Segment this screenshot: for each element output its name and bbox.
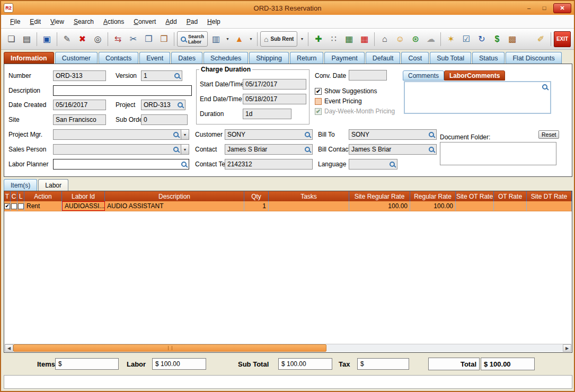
tab-payment[interactable]: Payment bbox=[324, 52, 364, 64]
tab-default[interactable]: Default bbox=[366, 52, 401, 64]
cell-tasks[interactable] bbox=[269, 201, 349, 211]
wand-icon[interactable]: ✐ bbox=[534, 32, 548, 46]
version-field[interactable]: 1 bbox=[141, 70, 182, 81]
add-icon[interactable]: ✚ bbox=[311, 32, 325, 46]
tab-event[interactable]: Event bbox=[139, 52, 170, 64]
contact-field[interactable]: James S Briar bbox=[225, 144, 313, 155]
labor-planner-field[interactable] bbox=[53, 159, 189, 170]
number-field[interactable]: ORD-313 bbox=[53, 70, 106, 81]
tab-items[interactable]: Item(s) bbox=[4, 179, 37, 191]
search-icon[interactable] bbox=[305, 132, 310, 137]
sub-rent-dropdown[interactable]: ▼ bbox=[298, 32, 305, 46]
scrollbar-track[interactable] bbox=[13, 344, 563, 352]
tab-comments[interactable]: Comments bbox=[403, 70, 444, 81]
exit-button[interactable]: EXIT bbox=[554, 31, 571, 47]
menu-help[interactable]: Help bbox=[202, 16, 225, 28]
cell-site-regular-rate[interactable]: 100.00 bbox=[349, 201, 410, 211]
header-labor-id[interactable]: Labor Id bbox=[62, 191, 105, 201]
paste-icon[interactable]: ❒ bbox=[157, 32, 171, 46]
maximize-button[interactable]: □ bbox=[538, 4, 551, 13]
search-icon[interactable] bbox=[174, 73, 180, 78]
customer-field[interactable]: SONY bbox=[225, 129, 313, 140]
header-ot-rate[interactable]: OT Rate bbox=[494, 191, 527, 201]
print-icon[interactable]: ▤ bbox=[20, 32, 34, 46]
search-icon[interactable] bbox=[429, 147, 434, 152]
labor-total-field[interactable]: $ 100.00 bbox=[152, 358, 206, 370]
edit-pencil-icon[interactable]: ✎ bbox=[60, 32, 74, 46]
copy-icon[interactable]: ❐ bbox=[141, 32, 156, 46]
save-icon[interactable]: ▣ bbox=[40, 32, 54, 46]
header-l[interactable]: L bbox=[17, 191, 24, 201]
header-t[interactable]: T bbox=[4, 191, 11, 201]
language-field[interactable] bbox=[349, 159, 397, 170]
tab-schedules[interactable]: Schedules bbox=[204, 52, 248, 64]
project-field[interactable]: ORD-313 bbox=[141, 100, 185, 110]
project-mgr-field[interactable] bbox=[53, 129, 181, 140]
search-labor-button[interactable]: Search Labor bbox=[177, 31, 208, 47]
bill-contact-field[interactable]: James S Briar bbox=[349, 144, 437, 155]
chart-dropdown[interactable]: ▼ bbox=[247, 32, 254, 46]
convert-icon[interactable]: ⇆ bbox=[111, 32, 125, 46]
scroll-right-button[interactable]: ▶ bbox=[563, 344, 571, 352]
grand-total-field[interactable]: $ 100.00 bbox=[481, 358, 535, 370]
cell-l[interactable] bbox=[17, 201, 24, 211]
tab-flat-discounts[interactable]: Flat Discounts bbox=[506, 52, 561, 64]
site-print-icon[interactable]: ⌂ bbox=[377, 32, 392, 46]
row-checkbox-t[interactable]: ✔ bbox=[4, 203, 10, 209]
calendar-icon[interactable]: ▦ bbox=[357, 32, 371, 46]
header-description[interactable]: Description bbox=[105, 191, 244, 201]
show-suggestions-checkbox[interactable]: ✔ Show Suggestions bbox=[315, 87, 377, 95]
search-icon[interactable] bbox=[305, 147, 310, 152]
header-action[interactable]: Action bbox=[24, 191, 62, 201]
menu-add[interactable]: Add bbox=[161, 16, 181, 28]
cell-c[interactable] bbox=[11, 201, 17, 211]
header-site-dt-rate[interactable]: Site DT Rate bbox=[527, 191, 572, 201]
search-icon[interactable] bbox=[542, 84, 547, 90]
start-datetime-field[interactable]: 05/17/2017 bbox=[243, 79, 306, 90]
menu-edit[interactable]: Edit bbox=[25, 16, 46, 28]
menu-view[interactable]: View bbox=[46, 16, 69, 28]
header-regular-rate[interactable]: Regular Rate bbox=[410, 191, 456, 201]
contact-tel-field[interactable]: 2142312 bbox=[225, 159, 313, 170]
cell-ot-rate[interactable] bbox=[494, 201, 527, 211]
search-icon[interactable] bbox=[178, 102, 183, 108]
site-field[interactable]: San Francisco bbox=[53, 114, 106, 125]
header-c[interactable]: C bbox=[11, 191, 17, 201]
menu-actions[interactable]: Actions bbox=[99, 16, 129, 28]
date-created-field[interactable]: 05/16/2017 bbox=[53, 100, 106, 110]
tab-information[interactable]: Information bbox=[4, 52, 54, 64]
cell-qty[interactable]: 1 bbox=[244, 201, 269, 211]
find-binoculars-icon[interactable]: ◎ bbox=[91, 32, 105, 46]
cell-site-dt-rate[interactable] bbox=[527, 201, 572, 211]
edit-grid-icon[interactable]: ▦ bbox=[342, 32, 356, 46]
event-pricing-checkbox[interactable]: Event Pricing bbox=[315, 97, 362, 105]
row-checkbox-c[interactable] bbox=[11, 203, 17, 209]
bill-to-field[interactable]: SONY bbox=[349, 129, 437, 140]
delete-icon[interactable]: ✖ bbox=[75, 32, 90, 46]
globe-icon[interactable]: ⊛ bbox=[408, 32, 422, 46]
table-row[interactable]: ✔ Rent AUDIOASSI... AUDIO ASSISTANT 1 10… bbox=[4, 201, 572, 211]
cell-description[interactable]: AUDIO ASSISTANT bbox=[105, 201, 244, 211]
menu-search[interactable]: Search bbox=[69, 16, 99, 28]
sub-total-field[interactable]: $ 100.00 bbox=[278, 358, 332, 370]
tab-labor-comments[interactable]: LaborComments bbox=[444, 70, 505, 81]
search-icon[interactable] bbox=[173, 147, 179, 152]
tab-return[interactable]: Return bbox=[290, 52, 324, 64]
scroll-left-button[interactable]: ◀ bbox=[5, 344, 13, 352]
labor-comments-field[interactable] bbox=[404, 81, 551, 114]
view-options-icon[interactable]: ∷ bbox=[326, 32, 341, 46]
tab-cost[interactable]: Cost bbox=[401, 52, 429, 64]
cell-t[interactable]: ✔ bbox=[4, 201, 11, 211]
tab-contacts[interactable]: Contacts bbox=[99, 52, 138, 64]
cut-icon[interactable]: ✂ bbox=[126, 32, 140, 46]
labor-roster-dropdown[interactable]: ▼ bbox=[224, 32, 231, 46]
new-document-icon[interactable]: ❏ bbox=[4, 32, 19, 46]
access-key-icon[interactable]: ✶ bbox=[444, 32, 458, 46]
sub-rent-button[interactable]: ⌂ Sub Rent bbox=[260, 31, 297, 47]
search-icon[interactable] bbox=[181, 162, 187, 167]
search-icon[interactable] bbox=[173, 132, 179, 137]
conv-date-field[interactable] bbox=[349, 70, 387, 81]
cell-site-ot-rate[interactable] bbox=[456, 201, 494, 211]
close-button[interactable]: ✕ bbox=[553, 3, 571, 13]
project-mgr-dropdown[interactable]: ▼ bbox=[181, 129, 189, 140]
